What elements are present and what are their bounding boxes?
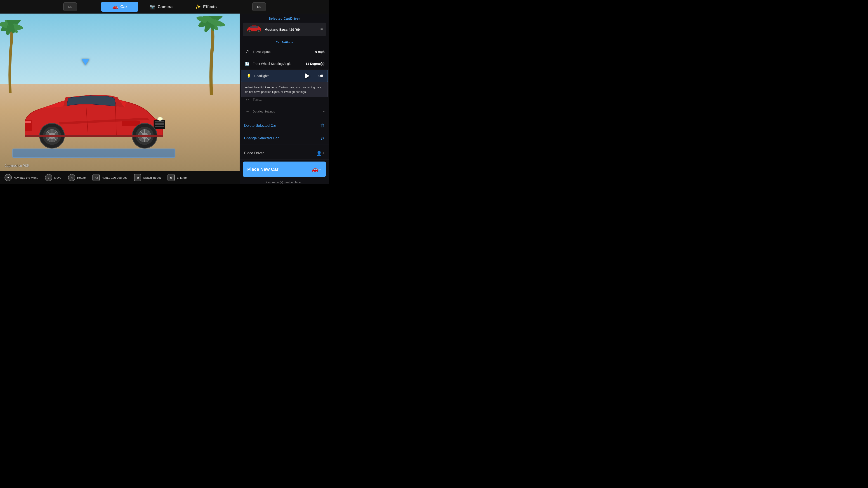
svg-point-42	[258, 31, 259, 32]
move-label: Move	[54, 176, 61, 180]
chevron-right-icon: »	[322, 109, 324, 113]
dots-icon: ···	[244, 108, 250, 115]
switch-btn-icon: ⊞	[134, 174, 141, 181]
svg-point-15	[157, 117, 163, 121]
steering-value: 11 Degree(s)	[306, 62, 324, 66]
detailed-settings-row[interactable]: ··· Detailed Settings »	[240, 105, 329, 117]
car-tab-label: Car	[120, 4, 127, 9]
main-scene: Captured on PS5	[0, 13, 240, 171]
selected-car-title: Selected Car/Driver	[240, 13, 329, 23]
place-driver-label: Place Driver	[244, 151, 316, 155]
change-car-label: Change Selected Car	[244, 136, 321, 140]
svg-point-40	[249, 31, 250, 32]
capture-credit: Captured on PS5	[4, 164, 29, 167]
camera-tab-icon: 📷	[150, 4, 155, 9]
effects-tab-icon: ✨	[195, 4, 201, 9]
speed-icon: ⏱	[244, 48, 250, 55]
tab-car[interactable]: 🚗 Car	[101, 2, 138, 12]
more-cars-info: 2 more car(s) can be placed.	[240, 179, 329, 184]
car-thumbnail	[246, 25, 262, 34]
place-new-car-icon: 🚗+	[311, 166, 321, 172]
svg-rect-14	[155, 126, 164, 127]
change-car-button[interactable]: Change Selected Car ⇄	[240, 132, 329, 145]
rotate180-btn-icon: R2	[92, 174, 100, 181]
place-new-car-label: Place New Car	[247, 167, 311, 172]
right-panel: Selected Car/Driver Mustang Boss 429 '69…	[240, 13, 329, 184]
svg-rect-18	[122, 121, 140, 126]
rotate-label: Rotate	[77, 176, 86, 180]
delete-car-button[interactable]: Delete Selected Car 🗑	[240, 119, 329, 132]
delete-car-label: Delete Selected Car	[244, 124, 320, 128]
divider-1	[243, 118, 326, 119]
turn-icon: ↩	[244, 96, 250, 103]
car-display	[9, 72, 179, 158]
rotate180-label: Rotate 180 degrees	[101, 176, 127, 180]
car-card[interactable]: Mustang Boss 429 '69 ≡	[243, 23, 326, 36]
car-menu-icon[interactable]: ≡	[320, 27, 323, 32]
svg-rect-13	[155, 123, 164, 125]
l1-button[interactable]: L1	[63, 2, 77, 11]
rotate-control[interactable]: R Rotate	[68, 174, 86, 181]
enlarge-btn-icon: ⊟	[167, 174, 175, 181]
tab-effects[interactable]: ✨ Effects	[184, 2, 228, 12]
detailed-settings-label: Detailed Settings	[253, 110, 322, 113]
move-control[interactable]: L Move	[45, 174, 61, 181]
car-name-label: Mustang Boss 429 '69	[265, 28, 318, 31]
rotate-btn-icon: R	[68, 174, 75, 181]
enlarge-label: Enlarge	[177, 176, 187, 180]
svg-rect-37	[25, 135, 163, 137]
navigate-control[interactable]: ✦ Navigate the Menu	[4, 174, 38, 181]
turn-label: Turn...	[253, 98, 324, 101]
svg-rect-36	[25, 121, 31, 123]
headlights-row[interactable]: 💡 Headlights Off Adjust headlight settin…	[241, 70, 328, 82]
palm-tree-right	[194, 16, 226, 95]
car-settings-title: Car Settings	[240, 39, 329, 46]
place-new-car-button[interactable]: Place New Car 🚗+	[243, 162, 326, 177]
place-driver-icon: 👤+	[316, 151, 324, 156]
switch-label: Switch Target	[143, 176, 161, 180]
travel-speed-label: Travel Speed	[253, 50, 315, 54]
navigate-btn-icon: ✦	[4, 174, 12, 181]
steering-label: Front Wheel Steering Angle	[253, 62, 306, 66]
bottom-controls: ✦ Navigate the Menu L Move R Rotate R2 R…	[0, 171, 240, 184]
svg-rect-12	[155, 121, 164, 123]
switch-control[interactable]: ⊞ Switch Target	[134, 174, 161, 181]
effects-tab-label: Effects	[203, 4, 217, 9]
place-driver-button[interactable]: Place Driver 👤+	[240, 147, 329, 160]
headlights-tooltip: Adjust headlight settings. Certain cars,…	[241, 82, 328, 97]
headlights-value: Off	[318, 74, 323, 78]
delete-icon: 🗑	[320, 123, 324, 128]
enlarge-control[interactable]: ⊟ Enlarge	[167, 174, 187, 181]
nav-tabs: 🚗 Car 📷 Camera ✨ Effects	[101, 2, 228, 12]
navigate-label: Navigate the Menu	[13, 176, 38, 180]
change-icon: ⇄	[321, 135, 324, 141]
rotate180-control[interactable]: R2 Rotate 180 degrees	[92, 174, 127, 181]
tab-camera[interactable]: 📷 Camera	[138, 2, 184, 12]
steering-icon: 🔄	[244, 61, 250, 67]
navigation-arrow	[81, 59, 90, 65]
top-navigation: L1 🚗 Car 📷 Camera ✨ Effects R1	[0, 0, 329, 13]
r1-button[interactable]: R1	[252, 2, 266, 11]
move-btn-icon: L	[45, 174, 52, 181]
camera-tab-label: Camera	[158, 4, 173, 9]
headlights-icon: 💡	[246, 73, 252, 79]
steering-row[interactable]: 🔄 Front Wheel Steering Angle 11 Degree(s…	[240, 58, 329, 70]
travel-speed-value: 0 mph	[315, 50, 324, 54]
car-tab-icon: 🚗	[112, 4, 118, 9]
svg-rect-38	[250, 26, 258, 28]
travel-speed-row[interactable]: ⏱ Travel Speed 0 mph	[240, 46, 329, 58]
cursor-icon	[305, 73, 309, 78]
